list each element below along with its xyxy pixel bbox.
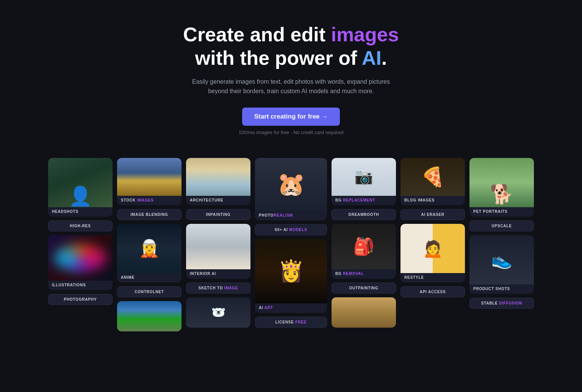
pill-high-res[interactable]: HIGH-RES xyxy=(48,220,113,231)
col-7: 🐕 PET PORTRAITS UPSCALE 👟 PRODUCT SHOTS … xyxy=(469,158,534,309)
camera-image: 📷 xyxy=(332,158,396,196)
anime-image: 🧝 xyxy=(117,224,181,273)
shoe-image: 👟 xyxy=(469,235,534,284)
pill-sketch-to-image[interactable]: SKETCH TO IMAGE xyxy=(186,283,250,294)
card-backpack[interactable]: 🎒 BG REMOVAL xyxy=(332,224,396,279)
architecture-label: ARCHITECTURE xyxy=(186,196,250,205)
headshots-label: HEADSHOTS xyxy=(48,207,113,217)
hero-title-text2: with the power of xyxy=(195,47,362,69)
illustrations-label: ILLUSTRATIONS xyxy=(48,281,113,290)
pill-ai-eraser[interactable]: AI ERASER xyxy=(401,209,465,220)
pill-image-blending[interactable]: IMAGE BLENDING xyxy=(117,209,181,220)
pizza-image: 🍕 xyxy=(401,158,465,196)
backpack-image: 🎒 xyxy=(332,224,396,269)
card-shoe[interactable]: 👟 PRODUCT SHOTS xyxy=(469,235,534,294)
pill-api-access[interactable]: API ACCESS xyxy=(401,286,465,297)
headshot-image xyxy=(48,158,113,207)
bg-rep-text: BG REPLACEMENT xyxy=(335,198,375,202)
dog-image: 🐕 xyxy=(469,158,534,207)
photorealism-label: PHOTOREALISM xyxy=(255,211,327,220)
restyle-label: RESTYLE xyxy=(401,273,465,283)
col-3: ARCHITECTURE INPAINTING INTERIOR AI SKET… xyxy=(186,158,250,328)
cta-area: Start creating for free → 100/mo images … xyxy=(8,108,574,135)
pill-ai-models[interactable]: 60+ AI MODELS xyxy=(255,224,327,235)
card-interior[interactable]: INTERIOR AI xyxy=(186,224,250,279)
card-nature-bottom[interactable] xyxy=(117,301,181,331)
horse-image xyxy=(332,297,396,328)
pill-photography[interactable]: PHOTOGRAPHY xyxy=(48,294,113,305)
bg-removal-label: BG REMOVAL xyxy=(332,269,396,279)
ai-art-text: AI ART xyxy=(259,306,273,310)
polar-image: 🐻‍❄️ xyxy=(186,297,250,328)
anime-label: ANIME xyxy=(117,273,181,283)
stock-label: STOCK IMAGES xyxy=(117,196,181,205)
product-shots-label: PRODUCT SHOTS xyxy=(469,284,534,294)
col-4: 🐹 PHOTOREALISM 60+ AI MODELS 👸 AI ART LI… xyxy=(255,158,327,328)
bg-replacement-label: BG REPLACEMENT xyxy=(332,196,396,205)
col-6: 🍕 BLOG IMAGES AI ERASER 🙍 RESTYLE API AC… xyxy=(401,158,465,297)
restyle-image: 🙍 xyxy=(401,224,465,273)
interior-image xyxy=(186,224,250,269)
illustration-image xyxy=(48,235,113,281)
interior-label: INTERIOR AI xyxy=(186,269,250,279)
pet-portraits-label: PET PORTRAITS xyxy=(469,207,534,217)
nature-image xyxy=(117,301,181,331)
hero-subtitle: Easily generate images from text, edit p… xyxy=(8,77,574,96)
pill-outpainting[interactable]: OUTPAINTING xyxy=(332,283,396,294)
card-hamster[interactable]: 🐹 PHOTOREALISM xyxy=(255,158,327,220)
hero-title-images: images xyxy=(331,23,399,45)
hero-section: Create and edit images with the power of… xyxy=(0,0,582,150)
architecture-image xyxy=(186,158,250,196)
card-horse-bottom[interactable] xyxy=(332,297,396,328)
aiart-image: 👸 xyxy=(255,239,327,303)
blog-label: BLOG IMAGES xyxy=(401,196,465,205)
pill-license-free[interactable]: LICENSE FREE xyxy=(255,317,327,328)
cta-button[interactable]: Start creating for free → xyxy=(242,108,340,126)
card-illustrations[interactable]: ILLUSTRATIONS xyxy=(48,235,113,290)
pill-stable-diffusion[interactable]: STABLE DIFFUSION xyxy=(469,298,534,309)
hamster-image: 🐹 xyxy=(255,158,327,211)
photo-text: PHOTOREALISM xyxy=(259,213,293,217)
hero-title-period: . xyxy=(382,47,387,69)
col-1: HEADSHOTS HIGH-RES ILLUSTRATIONS PHOTOGR… xyxy=(48,158,113,305)
cta-note: 100/mo images for free · No credit card … xyxy=(239,130,344,135)
col-2: STOCK IMAGES IMAGE BLENDING 🧝 ANIME CONT… xyxy=(117,158,181,331)
aiart-label: AI ART xyxy=(255,303,327,313)
pill-controlnet[interactable]: CONTROLNET xyxy=(117,286,181,297)
hero-title: Create and edit images with the power of… xyxy=(8,23,574,70)
card-architecture[interactable]: ARCHITECTURE xyxy=(186,158,250,205)
card-aiart[interactable]: 👸 AI ART xyxy=(255,239,327,313)
card-headshots[interactable]: HEADSHOTS xyxy=(48,158,113,217)
hero-title-ai: AI xyxy=(362,47,382,69)
card-dog[interactable]: 🐕 PET PORTRAITS xyxy=(469,158,534,217)
card-polar-bottom[interactable]: 🐻‍❄️ xyxy=(186,297,250,328)
card-anime[interactable]: 🧝 ANIME xyxy=(117,224,181,283)
card-camera[interactable]: 📷 BG REPLACEMENT xyxy=(332,158,396,205)
card-restyle[interactable]: 🙍 RESTYLE xyxy=(401,224,465,283)
pill-dreambooth[interactable]: DREAMBOOTH xyxy=(332,209,396,220)
card-stock[interactable]: STOCK IMAGES xyxy=(117,158,181,205)
pill-upscale[interactable]: UPSCALE xyxy=(469,220,534,231)
mountains-image xyxy=(117,158,181,196)
pill-inpainting[interactable]: INPAINTING xyxy=(186,209,250,220)
bg-rem-text: BG REMOVAL xyxy=(335,272,364,276)
stock-label-text: STOCK IMAGES xyxy=(121,198,154,202)
card-pizza[interactable]: 🍕 BLOG IMAGES xyxy=(401,158,465,205)
hero-title-text1: Create and edit xyxy=(183,23,331,45)
col-5: 📷 BG REPLACEMENT DREAMBOOTH 🎒 BG REMOVAL… xyxy=(332,158,396,328)
features-grid: HEADSHOTS HIGH-RES ILLUSTRATIONS PHOTOGR… xyxy=(0,150,582,347)
